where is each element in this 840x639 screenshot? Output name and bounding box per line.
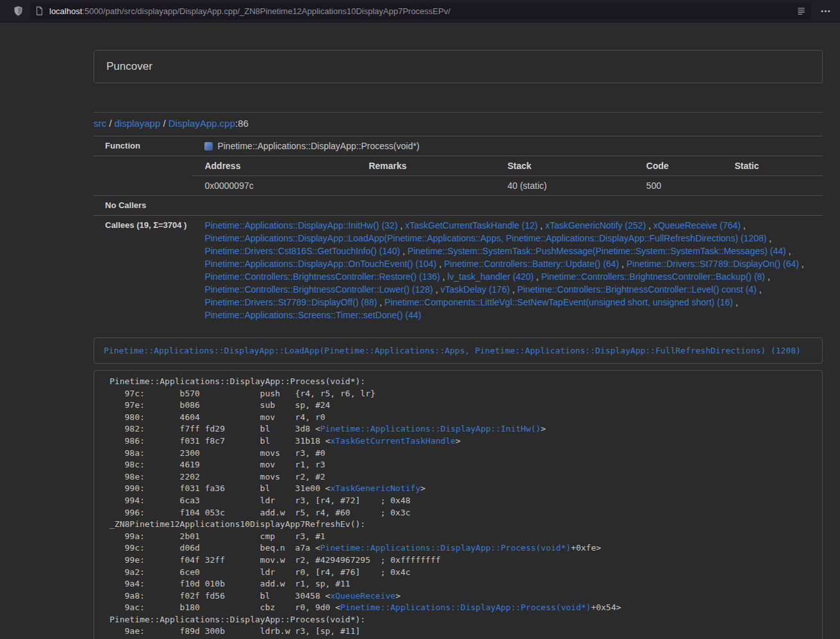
callee-link[interactable]: Pinetime::Components::LittleVgl::SetNewT… (384, 297, 733, 307)
assembly-line: _ZN8Pinetime12Applications10DisplayApp7R… (110, 519, 813, 531)
callee-link[interactable]: vTaskDelay (176) (440, 284, 509, 295)
stats-value-row: 0x0000097c40 (static)500 (192, 176, 823, 196)
assembly-line: 97e: b086 sub sp, #24 (110, 400, 813, 412)
callee-link[interactable]: Pinetime::Controllers::BrightnessControl… (204, 271, 440, 282)
assembly-line: 99e: f04f 32ff mov.w r2, #4294967295 ; 0… (110, 554, 813, 567)
assembly-line: Pinetime::Applications::DisplayApp::Proc… (110, 376, 813, 388)
callee-link[interactable]: Pinetime::Applications::Screens::Timer::… (204, 310, 421, 320)
url-bar[interactable]: localhost:5000/path/src/displayapp/Displ… (30, 3, 811, 20)
more-options-icon[interactable] (820, 6, 831, 17)
assembly-line: Pinetime::Applications::DisplayApp::Proc… (110, 614, 813, 626)
callee-link[interactable]: Pinetime::Controllers::BrightnessControl… (541, 271, 765, 282)
breadcrumb-link[interactable]: DisplayApp.cpp (169, 118, 235, 129)
selected-callee-panel: Pinetime::Applications::DisplayApp::Load… (94, 337, 823, 364)
callee-link[interactable]: Pinetime::Drivers::St7789::DisplayOff() … (204, 297, 377, 307)
stats-header-row: AddressRemarksStackCodeStatic (192, 156, 823, 176)
function-label: Function (94, 136, 192, 156)
callee-link[interactable]: Pinetime::Controllers::Battery::Update()… (444, 259, 619, 269)
app-title: Puncover (106, 60, 152, 73)
assembly-line: 982: f7ff fd29 bl 3d8 <Pinetime::Applica… (110, 423, 813, 435)
breadcrumb-link[interactable]: src (94, 118, 106, 129)
callees-row: Callees (19, Σ=3704 ) Pinetime::Applicat… (94, 216, 823, 325)
no-callers-row: No Callers (94, 196, 823, 216)
no-callers-label: No Callers (94, 196, 192, 216)
assembly-line: 980: 4604 mov r4, r0 (110, 412, 813, 424)
assembly-symbol-link[interactable]: Pinetime::Applications::DisplayApp::Proc… (320, 543, 571, 553)
page-content: Puncover src / displayapp / DisplayApp.c… (94, 50, 823, 639)
assembly-symbol-link[interactable]: xQueueReceive (330, 591, 395, 601)
assembly-line: 986: f031 f8c7 bl 31b18 <xTaskGetCurrent… (110, 435, 813, 448)
assembly-line: 99c: d06d beq.n a7a <Pinetime::Applicati… (110, 542, 813, 554)
assembly-line: 97c: b570 push {r4, r5, r6, lr} (110, 388, 813, 400)
selected-callee-link[interactable]: Pinetime::Applications::DisplayApp::Load… (104, 346, 801, 355)
stats-header-remarks: Remarks (356, 156, 495, 176)
stats-cell-address: 0x0000097c (192, 176, 356, 196)
symbol-table: Function Pinetime::Applications::Display… (94, 136, 823, 325)
stats-cell-stack: 40 (static) (495, 176, 634, 196)
callee-link[interactable]: lv_task_handler (420) (447, 271, 534, 282)
assembly-line: 9ac: b180 cbz r0, 9d0 <Pinetime::Applica… (110, 602, 813, 614)
reader-view-icon[interactable] (796, 6, 806, 16)
stats-cell-static (721, 176, 823, 196)
assembly-symbol-link[interactable]: Pinetime::Applications::DisplayApp::Proc… (340, 603, 591, 612)
assembly-symbol-link[interactable]: Pinetime::Applications::DisplayApp::Init… (320, 424, 541, 433)
callee-link[interactable]: Pinetime::Applications::DisplayApp::OnTo… (204, 259, 436, 269)
callees-label: Callees (19, Σ=3704 ) (94, 216, 192, 325)
divider (94, 112, 823, 113)
callee-link[interactable]: Pinetime::Applications::DisplayApp::Init… (204, 220, 397, 231)
function-row: Function Pinetime::Applications::Display… (94, 136, 823, 156)
stats-cell-remarks (356, 176, 495, 196)
assembly-code: Pinetime::Applications::DisplayApp::Proc… (110, 376, 813, 639)
callee-link[interactable]: Pinetime::Drivers::Cst816S::GetTouchInfo… (204, 246, 400, 256)
stats-header-stack: Stack (495, 156, 634, 176)
callees-cell: Pinetime::Applications::DisplayApp::Init… (192, 216, 823, 325)
callee-link[interactable]: Pinetime::Drivers::St7789::DisplayOn() (… (627, 259, 799, 269)
callee-link[interactable]: Pinetime::Controllers::BrightnessControl… (204, 284, 432, 295)
function-name: Pinetime::Applications::DisplayApp::Proc… (217, 141, 419, 151)
stats-row: AddressRemarksStackCodeStatic 0x0000097c… (94, 156, 823, 196)
callee-link[interactable]: Pinetime::Applications::DisplayApp::Load… (204, 233, 766, 243)
assembly-symbol-link[interactable]: xTaskGenericNotify (330, 483, 420, 493)
function-icon (204, 142, 213, 150)
assembly-line: 98c: 4619 mov r1, r3 (110, 459, 813, 471)
callee-link[interactable]: xTaskGenericNotify (252) (545, 220, 646, 231)
assembly-line: 9a8: f02f fd56 bl 30458 <xQueueReceive> (110, 590, 813, 603)
browser-toolbar: localhost:5000/path/src/displayapp/Displ… (0, 0, 840, 22)
assembly-line: 98a: 2300 movs r3, #0 (110, 448, 813, 460)
assembly-line: 98e: 2202 movs r2, #2 (110, 471, 813, 483)
assembly-line: 996: f104 053c add.w r5, r4, #60 ; 0x3c (110, 507, 813, 519)
callee-link[interactable]: xTaskGetCurrentTaskHandle (12) (405, 220, 538, 231)
breadcrumb-line-number: :86 (235, 118, 249, 129)
assembly-line: 994: 6ca3 ldr r3, [r4, #72] ; 0x48 (110, 495, 813, 507)
assembly-line: 99a: 2b01 cmp r3, #1 (110, 531, 813, 543)
breadcrumb: src / displayapp / DisplayApp.cpp:86 (94, 117, 823, 130)
callee-link[interactable]: Pinetime::System::SystemTask::PushMessag… (408, 246, 786, 256)
app-header-panel: Puncover (94, 50, 823, 83)
url-text: localhost:5000/path/src/displayapp/Displ… (49, 6, 791, 16)
stats-cell-code: 500 (634, 176, 722, 196)
url-path: :5000/path/src/displayapp/DisplayApp.cpp… (82, 6, 450, 16)
stats-header-address: Address (192, 156, 356, 176)
stats-cell-container: AddressRemarksStackCodeStatic 0x0000097c… (192, 156, 823, 196)
tracking-protection-shield-icon[interactable] (13, 6, 24, 17)
stats-header-static: Static (721, 156, 823, 176)
no-callers-cell (192, 196, 823, 216)
assembly-symbol-link[interactable]: xTaskGetCurrentTaskHandle (330, 436, 456, 446)
function-cell: Pinetime::Applications::DisplayApp::Proc… (192, 136, 823, 156)
assembly-line: 9ae: f89d 300b ldrb.w r3, [sp, #11] (110, 626, 813, 638)
stats-table: AddressRemarksStackCodeStatic 0x0000097c… (192, 156, 823, 195)
stats-header-code: Code (634, 156, 722, 176)
assembly-line: 9a2: 6ce0 ldr r0, [r4, #76] ; 0x4c (110, 567, 813, 579)
breadcrumb-link[interactable]: displayapp (115, 118, 161, 129)
disassembly-panel: Pinetime::Applications::DisplayApp::Proc… (94, 370, 823, 639)
page-icon (35, 6, 44, 15)
callee-link[interactable]: xQueueReceive (764) (654, 220, 741, 231)
url-host: localhost (49, 6, 82, 16)
assembly-line: 9a4: f10d 010b add.w r1, sp, #11 (110, 578, 813, 590)
callees-list: Pinetime::Applications::DisplayApp::Init… (204, 219, 818, 321)
callee-link[interactable]: Pinetime::Controllers::BrightnessControl… (517, 284, 756, 295)
stats-row-label (94, 156, 192, 196)
assembly-line: 990: f031 fa36 bl 31e00 <xTaskGenericNot… (110, 483, 813, 495)
